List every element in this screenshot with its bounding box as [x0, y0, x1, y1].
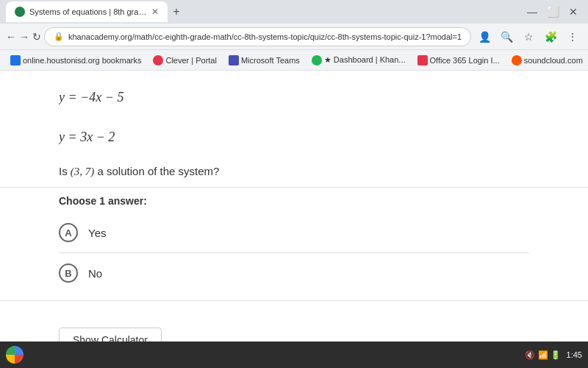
tab-area: Systems of equations | 8th grad... ✕ +: [6, 0, 517, 24]
choose-label: Choose 1 answer:: [59, 195, 529, 207]
address-bar: ← → ↻ 🔒 khanacademy.org/math/cc-eighth-g…: [0, 24, 588, 50]
bookmark-dashboard[interactable]: ★ Dashboard | Khan...: [307, 54, 410, 67]
profile-icon[interactable]: 👤: [474, 26, 495, 47]
bookmark-favicon-1: [10, 55, 21, 66]
active-tab[interactable]: Systems of equations | 8th grad... ✕: [6, 1, 168, 22]
menu-icon[interactable]: ⋮: [562, 26, 583, 47]
tab-close-btn[interactable]: ✕: [151, 7, 159, 17]
new-tab-button[interactable]: +: [168, 3, 185, 21]
bookmark-favicon-3: [229, 55, 239, 66]
bookmark-clever[interactable]: Clever | Portal: [148, 54, 221, 67]
question-text: Is (3, 7) a solution of the system?: [59, 165, 529, 178]
reload-button[interactable]: ↻: [32, 26, 41, 47]
forward-button[interactable]: →: [19, 26, 29, 47]
bookmark-soundcloud[interactable]: soundcloud.com: [507, 54, 587, 67]
bookmark-label-4: ★ Dashboard | Khan...: [324, 55, 406, 65]
url-text: khanacademy.org/math/cc-eighth-grade-mat…: [68, 32, 462, 41]
taskbar-icons: 🔇 📶 🔋: [525, 350, 560, 360]
option-b-label: No: [88, 267, 102, 280]
bookmark-office[interactable]: Office 365 Login I...: [413, 54, 504, 67]
mid-divider: [0, 300, 588, 301]
bookmark-houstonisd[interactable]: online.houstonisd.org bookmarks: [6, 54, 146, 67]
page-content: y = −4x − 5 y = 3x − 2 Is (3, 7) a solut…: [0, 71, 588, 342]
search-icon[interactable]: 🔍: [496, 26, 517, 47]
bookmark-label-5: Office 365 Login I...: [430, 56, 500, 65]
tab-title: Systems of equations | 8th grad...: [29, 7, 147, 16]
option-a[interactable]: A Yes: [59, 213, 529, 253]
bookmarks-bar: online.houstonisd.org bookmarks Clever |…: [0, 50, 588, 71]
bookmark-label-3: Microsoft Teams: [241, 56, 300, 65]
minimize-button[interactable]: —: [523, 3, 541, 21]
chrome-logo[interactable]: [6, 346, 24, 364]
option-a-label: Yes: [88, 227, 106, 239]
equation-2-svg: y = 3x − 2: [59, 125, 140, 147]
svg-text:y = −4x − 5: y = −4x − 5: [59, 90, 123, 105]
calc-section: Show Calculator: [59, 313, 529, 342]
show-calculator-button[interactable]: Show Calculator: [59, 328, 162, 342]
taskbar: 🔇 📶 🔋 1:45: [0, 342, 588, 368]
equation-1-svg: y = −4x − 5: [59, 85, 147, 107]
equation-2: y = 3x − 2: [59, 125, 529, 147]
option-b-circle: B: [59, 263, 78, 283]
lock-icon: 🔒: [54, 32, 64, 41]
option-a-circle: A: [59, 223, 78, 242]
bookmark-favicon-6: [512, 55, 522, 66]
top-divider: [0, 187, 588, 188]
back-button[interactable]: ←: [6, 26, 16, 47]
extensions-icon[interactable]: 🧩: [540, 26, 561, 47]
equation-1: y = −4x − 5: [59, 85, 529, 107]
close-button[interactable]: ✕: [564, 3, 582, 21]
toolbar-icons: 👤 🔍 ☆ 🧩 ⋮: [474, 26, 583, 47]
window-controls: — ⬜ ✕: [523, 3, 582, 21]
taskbar-left: [6, 346, 24, 364]
taskbar-time: 1:45: [567, 350, 582, 359]
titlebar: Systems of equations | 8th grad... ✕ + —…: [0, 0, 588, 24]
bookmark-favicon-5: [417, 55, 428, 66]
svg-text:y = 3x − 2: y = 3x − 2: [59, 130, 115, 144]
bookmark-label-1: online.houstonisd.org bookmarks: [23, 56, 141, 65]
bookmark-favicon-2: [153, 55, 163, 66]
tab-favicon: [15, 7, 25, 17]
bookmark-label-2: Clever | Portal: [165, 56, 217, 65]
maximize-button[interactable]: ⬜: [544, 3, 562, 21]
bookmark-favicon-4: [312, 55, 322, 66]
bookmark-label-6: soundcloud.com: [524, 56, 583, 65]
url-bar[interactable]: 🔒 khanacademy.org/math/cc-eighth-grade-m…: [44, 27, 471, 46]
option-b[interactable]: B No: [59, 253, 529, 293]
star-icon[interactable]: ☆: [518, 26, 539, 47]
bookmark-teams[interactable]: Microsoft Teams: [224, 54, 304, 67]
taskbar-right: 🔇 📶 🔋 1:45: [525, 350, 582, 360]
